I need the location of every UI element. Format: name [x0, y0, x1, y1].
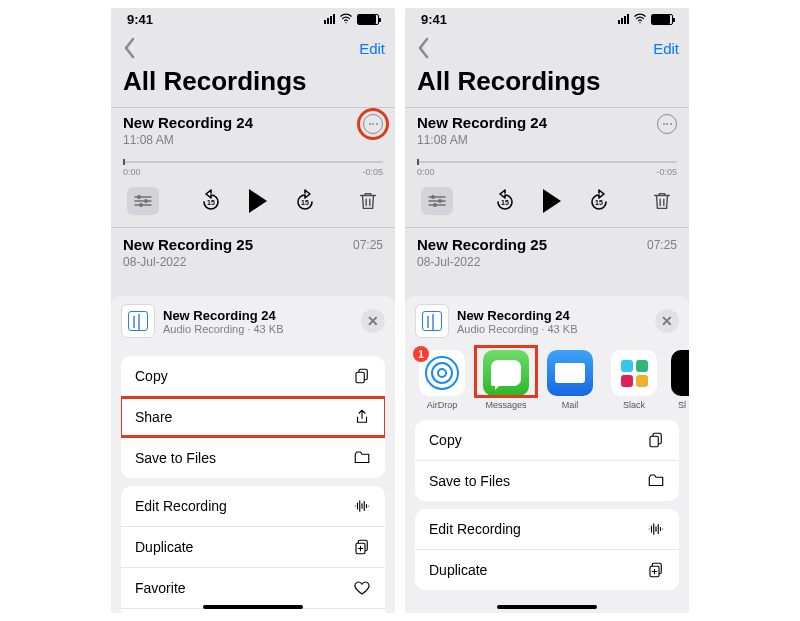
- wifi-icon: [339, 11, 353, 28]
- svg-point-1: [144, 199, 148, 203]
- svg-point-0: [137, 195, 141, 199]
- action-group-2: Edit Recording Duplicate Favorite Move t…: [121, 486, 385, 613]
- svg-rect-6: [356, 372, 364, 383]
- nav-row: Edit: [405, 28, 689, 60]
- action-label: Duplicate: [135, 539, 193, 555]
- options-slider-button[interactable]: [127, 187, 159, 215]
- sheet-file-title: New Recording 24: [163, 308, 353, 323]
- action-group-1: Copy Save to Files: [415, 420, 679, 501]
- play-button[interactable]: [249, 189, 267, 213]
- copy-action[interactable]: Copy: [415, 420, 679, 460]
- home-indicator[interactable]: [203, 605, 303, 609]
- close-sheet-button[interactable]: ✕: [361, 309, 385, 333]
- delete-button[interactable]: [651, 190, 673, 212]
- status-time: 9:41: [127, 12, 153, 27]
- skip-forward-15-button[interactable]: 15: [293, 189, 317, 213]
- target-label: Slack: [607, 400, 661, 410]
- skip-back-15-button[interactable]: 15: [199, 189, 223, 213]
- svg-point-2: [139, 203, 143, 207]
- action-group-1: Copy Share Save to Files: [121, 356, 385, 478]
- copy-action[interactable]: Copy: [121, 356, 385, 396]
- share-targets-row: 1 AirDrop Messages: [405, 346, 689, 420]
- share-target-mail[interactable]: Mail: [543, 350, 597, 410]
- cellular-icon: [324, 14, 335, 24]
- share-target-slack[interactable]: Slack: [607, 350, 661, 410]
- edit-button[interactable]: Edit: [653, 40, 679, 57]
- recording-title: New Recording 25: [123, 236, 253, 253]
- target-label: Mail: [543, 400, 597, 410]
- save-to-files-action[interactable]: Save to Files: [121, 437, 385, 478]
- battery-icon: [357, 14, 379, 25]
- close-sheet-button[interactable]: ✕: [655, 309, 679, 333]
- copy-icon: [647, 431, 665, 449]
- copy-icon: [353, 367, 371, 385]
- share-target-partial[interactable]: Sl: [671, 350, 689, 410]
- folder-icon: [353, 449, 371, 467]
- edit-button[interactable]: Edit: [359, 40, 385, 57]
- back-button[interactable]: [121, 37, 137, 59]
- playback-scrubber[interactable]: [123, 161, 383, 163]
- recording-time-right: 07:25: [353, 236, 383, 252]
- svg-text:15: 15: [595, 199, 603, 206]
- svg-text:15: 15: [207, 199, 215, 206]
- file-thumbnail-icon: [415, 304, 449, 338]
- recording-date: 08-Jul-2022: [123, 255, 253, 269]
- target-label: Sl: [671, 400, 689, 410]
- duplicate-action[interactable]: Duplicate: [415, 549, 679, 590]
- delete-button[interactable]: [357, 190, 379, 212]
- playback-elapsed: 0:00: [417, 167, 435, 177]
- options-slider-button[interactable]: [421, 187, 453, 215]
- svg-point-10: [438, 199, 442, 203]
- skip-forward-15-button[interactable]: 15: [587, 189, 611, 213]
- more-options-button[interactable]: [657, 114, 677, 134]
- action-label: Copy: [429, 432, 462, 448]
- svg-text:15: 15: [501, 199, 509, 206]
- phone-right: 9:41 Edit All Recordings New Recording 2…: [405, 8, 689, 613]
- skip-back-15-button[interactable]: 15: [493, 189, 517, 213]
- status-right: [324, 11, 379, 28]
- action-label: Duplicate: [429, 562, 487, 578]
- playback-scrubber[interactable]: [417, 161, 677, 163]
- slack-icon: [611, 350, 657, 396]
- recording-expanded: New Recording 24 11:08 AM 0:00 -0:05 1: [405, 108, 689, 227]
- action-label: Copy: [135, 368, 168, 384]
- playback-elapsed: 0:00: [123, 167, 141, 177]
- playback-remaining: -0:05: [362, 167, 383, 177]
- more-options-button[interactable]: [363, 114, 383, 134]
- sheet-file-subtitle: Audio Recording · 43 KB: [163, 323, 353, 335]
- playback-remaining: -0:05: [656, 167, 677, 177]
- recording-row[interactable]: New Recording 25 08-Jul-2022 07:25: [111, 228, 395, 269]
- recording-time-right: 07:25: [647, 236, 677, 252]
- file-thumbnail-icon: [121, 304, 155, 338]
- page-title: All Recordings: [405, 60, 689, 107]
- favorite-action[interactable]: Favorite: [121, 567, 385, 608]
- action-label: Save to Files: [429, 473, 510, 489]
- action-label: Edit Recording: [429, 521, 521, 537]
- edit-recording-action[interactable]: Edit Recording: [121, 486, 385, 526]
- nav-row: Edit: [111, 28, 395, 60]
- back-button[interactable]: [415, 37, 431, 59]
- share-icon: [353, 408, 371, 426]
- waveform-icon: [353, 497, 371, 515]
- notification-badge: 1: [413, 346, 429, 362]
- share-action[interactable]: Share: [121, 396, 385, 437]
- messages-icon: [483, 350, 529, 396]
- recording-timestamp: 11:08 AM: [123, 133, 253, 147]
- folder-icon: [647, 472, 665, 490]
- share-target-airdrop[interactable]: 1 AirDrop: [415, 350, 469, 410]
- status-bar: 9:41: [405, 8, 689, 28]
- duplicate-action[interactable]: Duplicate: [121, 526, 385, 567]
- recording-row[interactable]: New Recording 25 08-Jul-2022 07:25: [405, 228, 689, 269]
- sheet-file-subtitle: Audio Recording · 43 KB: [457, 323, 647, 335]
- share-target-messages[interactable]: Messages: [479, 350, 533, 410]
- svg-point-9: [431, 195, 435, 199]
- edit-recording-action[interactable]: Edit Recording: [415, 509, 679, 549]
- action-label: Edit Recording: [135, 498, 227, 514]
- recording-date: 08-Jul-2022: [417, 255, 547, 269]
- share-sheet: New Recording 24 Audio Recording · 43 KB…: [405, 296, 689, 613]
- save-to-files-action[interactable]: Save to Files: [415, 460, 679, 501]
- home-indicator[interactable]: [497, 605, 597, 609]
- sheet-file-title: New Recording 24: [457, 308, 647, 323]
- play-button[interactable]: [543, 189, 561, 213]
- target-label: AirDrop: [415, 400, 469, 410]
